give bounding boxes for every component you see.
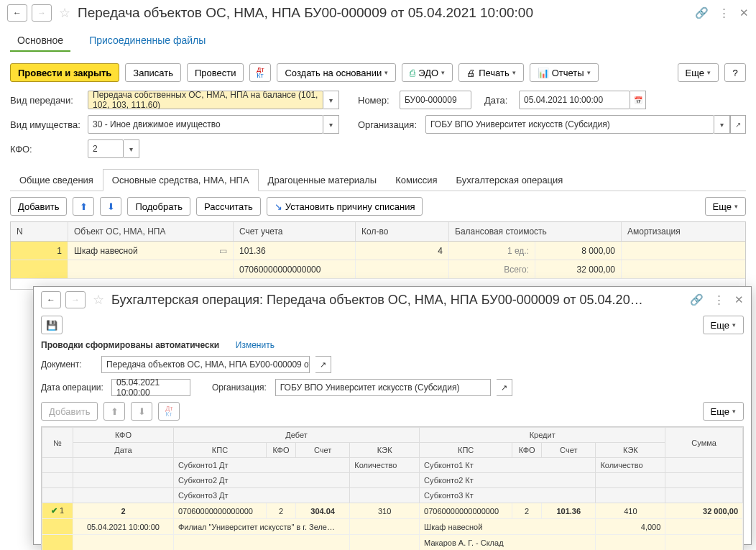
doc-open-icon[interactable]: ↗ — [315, 356, 331, 373]
col-object: Объект ОС, НМА, НПА — [68, 222, 234, 241]
transfer-type-dropdown[interactable]: ▾ — [323, 91, 339, 109]
move-down-button[interactable]: ⬇ — [100, 197, 121, 216]
sub-close-icon[interactable]: ✕ — [734, 293, 744, 306]
label-property-type: Вид имущества: — [10, 119, 82, 130]
property-type-field[interactable]: 30 - Иное движимое имущество — [88, 115, 323, 134]
entry-row[interactable]: 05.04.2021 10:00:00 Филиал "Университет … — [42, 519, 743, 535]
reports-button[interactable]: 📊 Отчеты — [530, 63, 599, 82]
sub-org-field[interactable]: ГОБУ ВПО Университет искусств (Субсидия) — [275, 379, 491, 396]
label-organization: Организация: — [358, 119, 420, 130]
tab-main[interactable]: Основное — [10, 30, 70, 52]
close-icon[interactable]: ✕ — [739, 6, 749, 19]
date-picker-icon[interactable]: 📅 — [630, 91, 646, 109]
subtab-precious[interactable]: Драгоценные материалы — [259, 169, 387, 191]
page-title: Передача объектов ОС, НМА, НПА БУ00-0000… — [78, 5, 691, 21]
entry-row[interactable]: Макаров А. Г. - Склад — [42, 535, 743, 551]
subtab-assets[interactable]: Основные средства, НМА, НПА — [103, 169, 259, 191]
print-button[interactable]: 🖨 Печать — [458, 63, 524, 82]
subtab-commission[interactable]: Комиссия — [386, 169, 446, 191]
kfo-field[interactable]: 2 — [88, 139, 124, 158]
assets-grid: N Объект ОС, НМА, НПА Счет учета Кол-во … — [10, 221, 746, 290]
subtab-accounting[interactable]: Бухгалтерская операция — [447, 169, 573, 191]
transfer-type-field[interactable]: Передача собственных ОС, НМА, НПА на бал… — [88, 91, 323, 109]
subtab-general[interactable]: Общие сведения — [10, 169, 103, 191]
kebab-menu-icon[interactable]: ⋮ — [719, 6, 729, 19]
col-qty: Кол-во — [356, 222, 449, 241]
post-button[interactable]: Провести — [187, 63, 244, 82]
sub-table-more-button[interactable]: Еще — [703, 402, 744, 421]
add-row-button[interactable]: Добавить — [10, 197, 67, 216]
create-based-button[interactable]: Создать на основании — [277, 63, 396, 82]
label-date: Дата: — [484, 95, 513, 106]
sub-link-icon[interactable]: 🔗 — [690, 293, 704, 306]
sub-org-open-icon[interactable]: ↗ — [497, 379, 512, 396]
nav-back-button[interactable]: ← — [7, 4, 27, 22]
nav-forward-button[interactable]: → — [32, 4, 52, 22]
organization-dropdown[interactable]: ▾ — [714, 115, 730, 134]
table-more-button[interactable]: Еще — [705, 197, 746, 216]
sub-kebab-menu-icon[interactable]: ⋮ — [714, 293, 724, 306]
col-balance: Балансовая стоимость — [449, 222, 622, 241]
dt-kt-button[interactable]: ДтКт — [249, 63, 271, 82]
tab-attached-files[interactable]: Присоединенные файлы — [82, 30, 213, 52]
move-up-button[interactable]: ⬆ — [73, 197, 94, 216]
organization-field[interactable]: ГОБУ ВПО Университет искусств (Субсидия) — [425, 115, 714, 134]
sub-save-icon-button[interactable]: 💾 — [41, 316, 63, 334]
entry-row[interactable]: ✔ 1 2 07060000000000000 2 304.04 310 070… — [42, 503, 743, 519]
sub-nav-back-button[interactable]: ← — [41, 291, 61, 308]
label-sub-org: Организация: — [212, 382, 267, 393]
post-and-close-button[interactable]: Провести и закрыть — [10, 63, 119, 82]
col-amort: Амортизация — [622, 222, 745, 241]
pick-button[interactable]: Подобрать — [127, 197, 190, 216]
set-reason-button[interactable]: ↘ Установить причину списания — [267, 197, 423, 216]
change-link[interactable]: Изменить — [236, 340, 275, 350]
label-opdate: Дата операции: — [41, 382, 106, 393]
open-object-icon[interactable]: ▭ — [219, 246, 227, 256]
label-doc: Документ: — [41, 359, 96, 370]
sub-move-down-button: ⬇ — [131, 402, 152, 421]
auto-entries-label: Проводки сформированы автоматически — [41, 340, 219, 350]
col-account: Счет учета — [234, 222, 356, 241]
sub-move-up-button: ⬆ — [103, 402, 125, 421]
doc-field[interactable]: Передача объектов ОС, НМА, НПА БУ00-0000… — [101, 356, 310, 373]
calc-button[interactable]: Рассчитать — [196, 197, 261, 216]
link-icon[interactable]: 🔗 — [695, 6, 709, 19]
kfo-dropdown[interactable]: ▾ — [124, 139, 139, 158]
sub-dtkt-button: ДтКт — [158, 402, 180, 421]
more-button[interactable]: Еще — [678, 63, 719, 82]
favorite-star-icon[interactable]: ☆ — [59, 5, 70, 21]
label-transfer-type: Вид передачи: — [10, 95, 82, 106]
organization-open-icon[interactable]: ↗ — [730, 115, 746, 134]
edo-button[interactable]: ⎙ ЭДО — [402, 63, 453, 82]
entries-grid: № КФО Дебет Кредит Сумма Дата КПС КФО Сч… — [41, 426, 744, 550]
grid-row[interactable]: 1 Шкаф навесной▭ 101.36 4 1 ед.: 8 000,0… — [11, 242, 745, 260]
label-number: Номер: — [358, 95, 394, 106]
save-button[interactable]: Записать — [125, 63, 181, 82]
col-n: N — [11, 222, 68, 241]
property-type-dropdown[interactable]: ▾ — [323, 115, 339, 134]
grid-row[interactable]: 07060000000000000 Всего: 32 000,00 — [11, 260, 745, 279]
sub-add-button: Добавить — [41, 402, 98, 421]
help-button[interactable]: ? — [724, 63, 746, 82]
label-kfo: КФО: — [10, 144, 82, 155]
sub-page-title: Бухгалтерская операция: Передача объекто… — [111, 293, 686, 308]
date-field[interactable]: 05.04.2021 10:00:00 — [519, 91, 630, 109]
sub-more-button[interactable]: Еще — [703, 316, 744, 334]
opdate-field[interactable]: 05.04.2021 10:00:00 — [111, 379, 190, 396]
sub-favorite-star-icon[interactable]: ☆ — [93, 292, 104, 308]
number-field[interactable]: БУ00-000009 — [400, 91, 471, 109]
sub-nav-forward-button[interactable]: → — [65, 291, 86, 308]
